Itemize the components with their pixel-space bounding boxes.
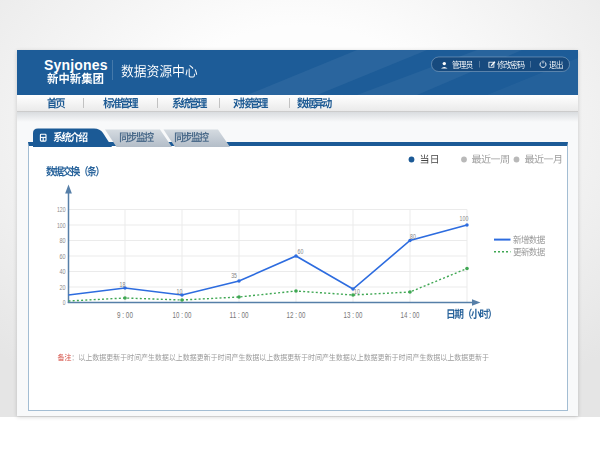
svg-text:10: 10 bbox=[177, 288, 183, 295]
svg-text:60: 60 bbox=[59, 252, 65, 261]
svg-text:13 : 00: 13 : 00 bbox=[344, 310, 363, 320]
svg-text:10 : 00: 10 : 00 bbox=[173, 310, 192, 320]
svg-text:12 : 00: 12 : 00 bbox=[287, 310, 306, 320]
svg-text:120: 120 bbox=[57, 205, 66, 214]
svg-text:100: 100 bbox=[460, 215, 469, 222]
svg-text:11 : 00: 11 : 00 bbox=[230, 310, 249, 320]
svg-text:20: 20 bbox=[59, 283, 65, 292]
svg-text:9 : 00: 9 : 00 bbox=[117, 310, 133, 320]
svg-text:100: 100 bbox=[57, 221, 66, 230]
svg-text:35: 35 bbox=[231, 272, 237, 279]
svg-text:10: 10 bbox=[354, 288, 360, 295]
svg-text:80: 80 bbox=[410, 233, 416, 240]
svg-text:60: 60 bbox=[298, 248, 304, 255]
svg-text:18: 18 bbox=[120, 281, 126, 288]
svg-text:14 : 00: 14 : 00 bbox=[401, 310, 420, 320]
svg-text:Synjones: Synjones bbox=[44, 57, 108, 73]
svg-text:80: 80 bbox=[59, 236, 65, 245]
svg-text:40: 40 bbox=[59, 267, 65, 276]
svg-text:0: 0 bbox=[63, 298, 66, 307]
